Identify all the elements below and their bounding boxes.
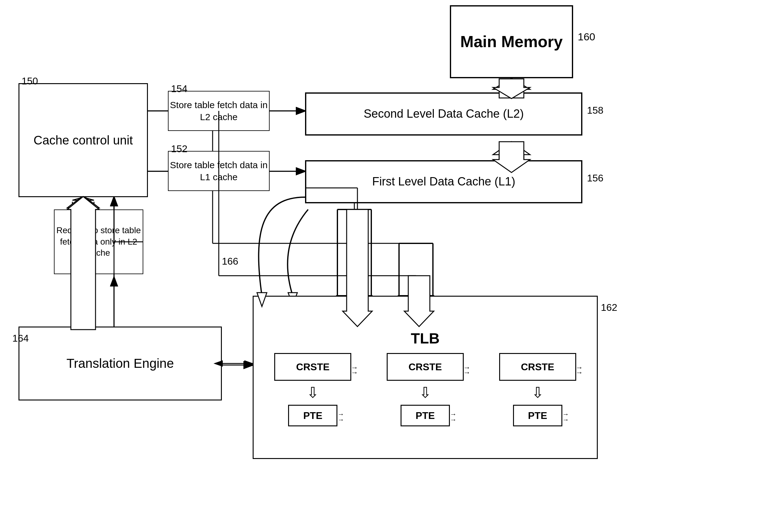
svg-marker-48 bbox=[493, 142, 530, 163]
svg-marker-11 bbox=[505, 154, 518, 160]
request-l2-label: Request to store table fetch data only i… bbox=[54, 225, 143, 259]
svg-marker-22 bbox=[67, 195, 99, 208]
pte-1-label: PTE bbox=[303, 410, 322, 421]
crste-pte-arrow-2: ⇩ bbox=[419, 385, 431, 400]
trans-table-label: Trans. table addr bbox=[69, 216, 88, 320]
crste-3-box: CRSTE → → bbox=[499, 353, 576, 381]
ref-150: 150 bbox=[22, 75, 38, 87]
trans-table-text: Trans. table addr bbox=[74, 236, 84, 301]
l2-l1-arrow bbox=[505, 142, 518, 160]
crste-2-label: CRSTE bbox=[409, 361, 442, 373]
crste-pte-arrow-3: ⇩ bbox=[532, 385, 544, 400]
tlb-title: TLB bbox=[254, 325, 597, 350]
translation-engine-label: Translation Engine bbox=[67, 355, 174, 372]
ref-156: 156 bbox=[587, 173, 603, 184]
crste-3-label: CRSTE bbox=[521, 361, 554, 373]
main-memory-label: Main Memory bbox=[460, 32, 563, 52]
translation-engine-box: Translation Engine bbox=[19, 327, 222, 401]
l1-cache-box: First Level Data Cache (L1) bbox=[305, 160, 582, 203]
pte-2-box: PTE → → bbox=[401, 405, 450, 426]
pte-3-box: PTE → → bbox=[513, 405, 562, 426]
pte-3-label: PTE bbox=[528, 410, 547, 421]
ref-162: 162 bbox=[601, 302, 617, 313]
l2-cache-box: Second Level Data Cache (L2) bbox=[305, 92, 582, 135]
crste-1-box: CRSTE → → bbox=[274, 353, 351, 381]
ref-160: 160 bbox=[578, 31, 595, 43]
arrow-166 bbox=[305, 188, 371, 311]
architecture-diagram: Main Memory 160 Second Level Data Cache … bbox=[0, 0, 762, 532]
ref-154: 154 bbox=[171, 83, 187, 95]
ref-164: 164 bbox=[12, 333, 29, 344]
cache-control-box: Cache control unit bbox=[19, 83, 148, 197]
svg-marker-18 bbox=[72, 197, 94, 200]
pte-2-label: PTE bbox=[416, 410, 435, 421]
l2-cache-label: Second Level Data Cache (L2) bbox=[364, 106, 524, 121]
ref-152: 152 bbox=[171, 143, 187, 155]
svg-marker-10 bbox=[505, 142, 518, 148]
cache-control-label: Cache control unit bbox=[34, 132, 133, 148]
pte-1-box: PTE → → bbox=[288, 405, 338, 426]
l1-cache-label: First Level Data Cache (L1) bbox=[372, 174, 515, 189]
store-l1-box: Store table fetch data in L1 cache bbox=[168, 151, 269, 191]
crste-pte-arrow-1: ⇩ bbox=[307, 385, 319, 400]
crste-2-box: CRSTE → → bbox=[387, 353, 464, 381]
svg-marker-6 bbox=[505, 79, 518, 89]
ref-158: 158 bbox=[587, 105, 603, 116]
tlb-box: TLB CRSTE → → ⇩ PTE → → bbox=[253, 296, 598, 459]
ref-166: 166 bbox=[222, 256, 238, 267]
store-l2-box: Store table fetch data in L2 cache bbox=[168, 91, 269, 131]
crste-1-label: CRSTE bbox=[296, 361, 329, 373]
store-l2-label: Store table fetch data in L2 cache bbox=[169, 99, 269, 123]
l1-curved-arrow bbox=[287, 209, 308, 305]
main-memory-box: Main Memory bbox=[450, 5, 573, 78]
request-l2-box: Request to store table fetch data only i… bbox=[54, 209, 143, 274]
store-l1-label: Store table fetch data in L1 cache bbox=[169, 159, 269, 183]
